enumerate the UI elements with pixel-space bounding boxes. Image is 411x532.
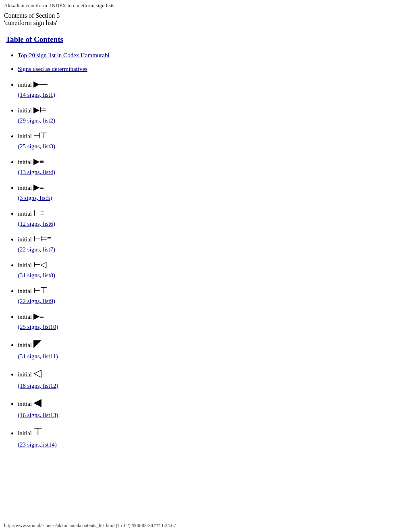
list-item: Signs used as determinatives [18, 64, 405, 74]
page-title: Akkadian cuneiform: INDEX to cuneiform s… [4, 2, 114, 8]
cuneiform-sign-list5: ▶≡ [33, 183, 44, 191]
list-item: initial ⊢⊨≡ (22 signs, list7) [18, 233, 405, 254]
toc-link-list3[interactable]: (25 signs, list3) [18, 143, 55, 150]
list-item-prefix: initial [18, 210, 33, 217]
toc-link-list5[interactable]: (3 signs, list5) [18, 195, 52, 201]
list-item: initial ▶≡ (25 signs, list10) [18, 310, 405, 332]
list-item: initial ⊢≡ (12 signs, list6) [18, 207, 405, 229]
footer: http://www.sron.nl/~jheise/akkadian/akco… [4, 521, 407, 529]
toc-heading: Table of Contents [6, 35, 405, 44]
toc-link-list9[interactable]: (22 signs, list9) [18, 298, 55, 304]
toc-link-list14[interactable]: (23 signs,list14) [18, 441, 57, 448]
toc-link-list8[interactable]: (31 signs, list8) [18, 272, 55, 278]
list-item-prefix: initial [18, 81, 33, 88]
list-item-prefix: initial [18, 159, 33, 165]
main-content: Table of Contents Top-20 sign list in Co… [0, 30, 411, 470]
list-item: initial ▶⊨ (29 signs, list2) [18, 104, 405, 125]
list-item: initial ▶— (14 signs, list1) [18, 78, 405, 100]
list-item: initial ▶≡ (3 signs, list5) [18, 181, 405, 203]
cuneiform-sign-list6: ⊢≡ [33, 208, 45, 217]
list-item-prefix: initial [18, 107, 33, 114]
toc-link-top20[interactable]: Top-20 sign list in Codex Hammurabi [18, 52, 110, 58]
cuneiform-sign-list9: ⊢⊤ [33, 286, 47, 295]
cuneiform-sign-list4: ▶≡ [33, 157, 44, 166]
toc-link-list12[interactable]: (18 signs, list12) [18, 382, 58, 389]
top-bar: Akkadian cuneiform: INDEX to cuneiform s… [0, 0, 411, 10]
list-item: Top-20 sign list in Codex Hammurabi [18, 50, 405, 60]
section-header: Contents of Section 5 'cuneiform sign li… [0, 10, 411, 30]
list-item: initial ◤ (31 signs, list11) [18, 336, 405, 361]
cuneiform-sign-list13: ◀ [33, 397, 42, 408]
cuneiform-sign-list3: ⊣⊤ [33, 131, 47, 140]
list-item-prefix: initial [18, 288, 33, 294]
section-title-line2: 'cuneiform sign lists' [4, 19, 407, 27]
toc-link-list1[interactable]: (14 signs, list1) [18, 91, 55, 98]
list-item: initial ◁ (18 signs, list12) [18, 365, 405, 391]
toc-list: Top-20 sign list in Codex Hammurabi Sign… [6, 50, 405, 449]
cuneiform-sign-list12: ◁ [33, 367, 42, 379]
list-item-prefix: initial [18, 236, 33, 243]
list-item: initial ⊢◁ (31 signs, list8) [18, 258, 405, 280]
cuneiform-sign-list11: ◤ [33, 338, 42, 349]
list-item: initial ⊢⊤ (22 signs, list9) [18, 284, 405, 306]
footer-text: http://www.sron.nl/~jheise/akkadian/akco… [4, 523, 176, 528]
toc-link-list7[interactable]: (22 signs, list7) [18, 246, 55, 253]
section-title-line1: Contents of Section 5 [4, 12, 407, 19]
toc-link-list4[interactable]: (13 signs, list4) [18, 169, 55, 175]
list-item: initial ▶≡ (13 signs, list4) [18, 155, 405, 177]
list-item: initial ⊤ (23 signs,list14) [18, 424, 405, 449]
toc-link-list13[interactable]: (16 signs, list13) [18, 412, 58, 418]
toc-link-list10[interactable]: (25 signs, list10) [18, 324, 58, 330]
toc-link-list6[interactable]: (12 signs, list6) [18, 220, 55, 227]
list-item: initial ◀ (16 signs, list13) [18, 395, 405, 420]
cuneiform-sign-list1: ▶— [33, 79, 48, 88]
cuneiform-sign-list7: ⊢⊨≡ [33, 234, 52, 243]
cuneiform-sign-list8: ⊢◁ [33, 260, 46, 269]
list-item: initial ⊣⊤ (25 signs, list3) [18, 129, 405, 151]
list-item-prefix: initial [18, 401, 33, 407]
cuneiform-sign-list14: ⊤ [33, 426, 43, 438]
list-item-prefix: initial [18, 133, 33, 139]
cuneiform-sign-list2: ▶⊨ [33, 105, 46, 114]
list-item-prefix: initial [18, 185, 33, 191]
list-item-prefix: initial [18, 314, 33, 320]
toc-link-determinatives[interactable]: Signs used as determinatives [18, 66, 87, 72]
toc-heading-link[interactable]: Table of Contents [6, 35, 63, 44]
cuneiform-sign-list10: ▶≡ [33, 312, 44, 320]
list-item-prefix: initial [18, 342, 33, 348]
list-item-prefix: initial [18, 371, 33, 378]
list-item-prefix: initial [18, 262, 33, 268]
list-item-prefix: initial [18, 430, 33, 436]
toc-link-list2[interactable]: (29 signs, list2) [18, 117, 55, 124]
toc-link-list11[interactable]: (31 signs, list11) [18, 353, 58, 360]
